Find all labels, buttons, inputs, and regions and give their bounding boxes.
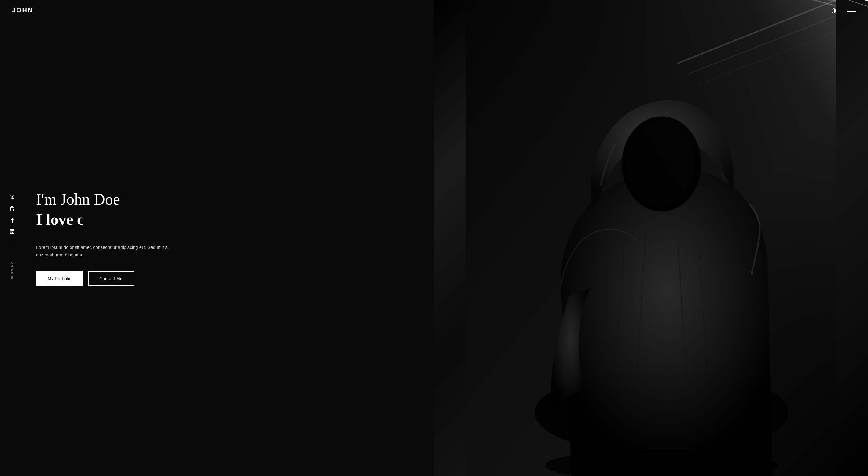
twitter-icon[interactable] xyxy=(9,194,15,200)
hero-tagline: I love c xyxy=(36,210,434,229)
main-container: Follow Me I'm John Doe I love c Lorem ip… xyxy=(0,0,868,476)
theme-toggle-button[interactable]: ◑ xyxy=(829,5,838,15)
theme-toggle-icon: ◑ xyxy=(831,7,836,14)
hamburger-menu-button[interactable] xyxy=(847,9,856,12)
right-panel xyxy=(434,0,868,476)
logo: JOHN xyxy=(12,6,33,14)
left-panel: Follow Me I'm John Doe I love c Lorem ip… xyxy=(0,0,434,476)
social-sidebar: Follow Me xyxy=(9,194,15,282)
hamburger-line-1 xyxy=(847,9,856,9)
portfolio-button[interactable]: My Portfolio xyxy=(36,272,83,286)
svg-rect-10 xyxy=(466,0,836,476)
hero-buttons: My Portfolio Contact Me xyxy=(36,272,434,286)
facebook-icon[interactable] xyxy=(9,217,15,223)
hero-name: I'm John Doe xyxy=(36,190,434,209)
hero-content: I'm John Doe I love c Lorem ipsum dolor … xyxy=(36,190,434,286)
hero-figure-svg xyxy=(434,0,868,476)
social-divider xyxy=(12,241,12,253)
hero-description: Lorem ipsum dolor sit amet, consectetur … xyxy=(36,244,175,259)
hero-image xyxy=(434,0,868,476)
follow-me-label: Follow Me xyxy=(10,261,14,282)
header-right: ◑ xyxy=(829,5,856,15)
github-icon[interactable] xyxy=(9,206,15,212)
contact-button[interactable]: Contact Me xyxy=(88,272,134,286)
header: JOHN ◑ xyxy=(0,0,868,21)
linkedin-icon[interactable] xyxy=(9,229,15,235)
hamburger-line-2 xyxy=(847,11,856,12)
